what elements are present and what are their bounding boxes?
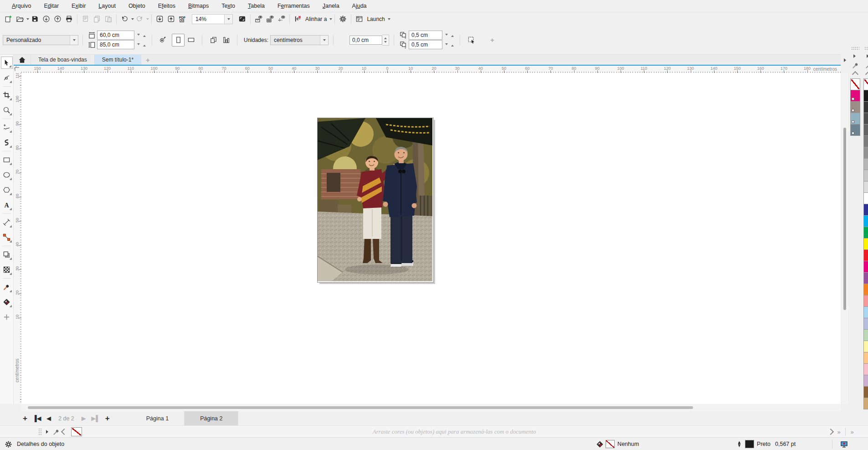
publish-pdf-button[interactable]: PDF xyxy=(177,13,188,25)
crop-tool[interactable] xyxy=(1,89,13,101)
open-dropdown-caret[interactable] xyxy=(26,18,29,21)
vertical-ruler[interactable]: centímetros 110100908070605040302010 xyxy=(14,73,21,404)
default-palette-swatch-verde[interactable] xyxy=(863,227,868,238)
fill-color-swatch[interactable] xyxy=(606,440,615,448)
welcome-home-tab[interactable] xyxy=(14,55,31,65)
menu-item-janela[interactable]: Janela xyxy=(316,0,346,12)
default-palette-swatch-marrom[interactable] xyxy=(863,386,868,398)
menu-item-ajuda[interactable]: Ajuda xyxy=(346,0,373,12)
outline-status-icon[interactable] xyxy=(734,439,745,450)
duplicate-x-spinner[interactable] xyxy=(443,31,455,40)
export-button[interactable] xyxy=(165,13,177,25)
default-palette-scroll-up-button[interactable] xyxy=(864,70,868,79)
menu-item-layout[interactable]: Layout xyxy=(92,0,122,12)
add-tool-button[interactable] xyxy=(1,311,13,323)
palette-strip-scroll-left[interactable] xyxy=(60,427,68,436)
default-palette-swatch-pessego[interactable] xyxy=(863,352,868,364)
portrait-button[interactable] xyxy=(172,34,185,47)
fullscreen-preview-button[interactable] xyxy=(236,13,248,25)
default-palette-swatch-sem-cor[interactable] xyxy=(863,78,868,90)
print-button[interactable] xyxy=(63,13,75,25)
artistic-media-tool[interactable] xyxy=(1,136,13,149)
default-palette-swatch-30-preto[interactable] xyxy=(863,158,868,170)
document-palette-swatch-azul-claro[interactable] xyxy=(850,113,860,124)
duplicate-y-spinner[interactable] xyxy=(443,40,455,49)
show-guidelines-toggle[interactable] xyxy=(276,13,287,25)
rectangle-tool[interactable] xyxy=(1,154,13,166)
default-palette-swatch-ciano[interactable] xyxy=(863,215,868,227)
treat-as-filled-button[interactable] xyxy=(465,34,478,47)
document-palette-grip[interactable] xyxy=(851,47,859,50)
autofit-page-button[interactable] xyxy=(157,34,168,46)
align-to-label[interactable]: Alinhar a xyxy=(305,16,327,22)
menu-item-editar[interactable]: Editar xyxy=(37,0,65,12)
shape-tool[interactable] xyxy=(1,72,13,84)
color-eyedropper-tool[interactable] xyxy=(1,281,13,293)
new-document-button[interactable] xyxy=(3,13,14,25)
launch-label[interactable]: Launch xyxy=(367,16,385,22)
units-caret[interactable] xyxy=(320,36,328,45)
tab-active-document[interactable]: Sem título-1* xyxy=(95,55,141,65)
palette-strip-grip[interactable] xyxy=(38,428,42,435)
default-palette-swatch-azul[interactable] xyxy=(863,204,868,216)
menu-item-bitmaps[interactable]: Bitmaps xyxy=(182,0,215,12)
page-height-spinner[interactable] xyxy=(135,40,147,49)
page-preset-combo[interactable]: Personalizado xyxy=(3,35,78,45)
tab-scroll-right-button[interactable] xyxy=(842,56,850,65)
default-palette-swatch-laranja[interactable] xyxy=(863,284,868,295)
align-to-caret[interactable] xyxy=(329,18,332,21)
nudge-distance-field[interactable]: 0,0 cm xyxy=(349,36,382,45)
previous-page-button[interactable]: ◀ xyxy=(44,414,54,424)
duplicate-y-field[interactable]: 0,5 cm xyxy=(409,40,442,49)
document-palette-scroll-up-button[interactable] xyxy=(851,70,859,79)
menu-item-exibir[interactable]: Exibir xyxy=(65,0,92,12)
show-grid-toggle[interactable] xyxy=(264,13,276,25)
default-palette-swatch-70-preto[interactable] xyxy=(863,124,868,136)
default-palette-swatch-azul-bebe[interactable] xyxy=(863,306,868,318)
photo-object[interactable] xyxy=(317,118,434,283)
document-palette-swatch-sem-cor[interactable] xyxy=(850,78,860,90)
zoom-tool[interactable] xyxy=(1,104,13,116)
menu-item-arquivo[interactable]: Arquivo xyxy=(5,0,37,12)
default-palette-swatch-20-preto[interactable] xyxy=(863,170,868,181)
page-tab-1[interactable]: Página 1 xyxy=(131,411,185,425)
default-palette-swatch-rosa-claro[interactable] xyxy=(863,363,868,375)
color-proof-monitor-icon[interactable] xyxy=(838,439,850,450)
open-from-cloud-button[interactable] xyxy=(41,13,52,25)
horizontal-ruler[interactable]: centímetros 1501401301201101009080706050… xyxy=(21,65,841,73)
snap-off-button[interactable] xyxy=(292,13,303,25)
save-to-cloud-button[interactable] xyxy=(52,13,63,25)
transparency-tool[interactable] xyxy=(1,264,13,276)
page-width-field[interactable]: 60,0 cm xyxy=(97,31,134,40)
freehand-tool[interactable] xyxy=(1,121,13,134)
strip-no-color-swatch[interactable] xyxy=(71,427,82,436)
all-pages-button[interactable] xyxy=(207,34,220,47)
default-palette-grip[interactable] xyxy=(864,47,868,50)
page-tab-2[interactable]: Página 2 xyxy=(185,411,238,425)
show-rulers-toggle[interactable] xyxy=(253,13,264,25)
connector-tool[interactable] xyxy=(1,231,13,243)
menu-item-objeto[interactable]: Objeto xyxy=(122,0,152,12)
horizontal-scrollbar-thumb[interactable] xyxy=(28,406,693,409)
status-settings-gear[interactable] xyxy=(3,439,14,450)
default-palette-swatch-branco[interactable] xyxy=(863,192,868,204)
palette-strip-flyout-button[interactable] xyxy=(44,427,52,436)
default-palette-swatch-areia[interactable] xyxy=(863,398,868,409)
undo-button[interactable] xyxy=(119,13,130,25)
default-palette-swatch-azul-po[interactable] xyxy=(863,318,868,330)
drop-shadow-tool[interactable] xyxy=(1,248,13,261)
vertical-scrollbar-thumb[interactable] xyxy=(843,128,846,310)
default-palette-swatch-90-preto[interactable] xyxy=(863,101,868,113)
save-button[interactable] xyxy=(29,13,41,25)
open-button[interactable] xyxy=(14,13,26,25)
import-button[interactable] xyxy=(154,13,165,25)
new-document-tab-button[interactable]: + xyxy=(141,55,154,65)
pick-tool[interactable] xyxy=(1,57,13,69)
default-palette-flyout-button[interactable] xyxy=(864,52,868,61)
menu-item-tabela[interactable]: Tabela xyxy=(241,0,271,12)
dimension-tool[interactable] xyxy=(1,216,13,228)
polygon-tool[interactable] xyxy=(1,184,13,196)
palette-strip-overflow[interactable]: » xyxy=(848,427,856,436)
default-palette-swatch-50-preto[interactable] xyxy=(863,147,868,159)
ellipse-tool[interactable] xyxy=(1,169,13,181)
